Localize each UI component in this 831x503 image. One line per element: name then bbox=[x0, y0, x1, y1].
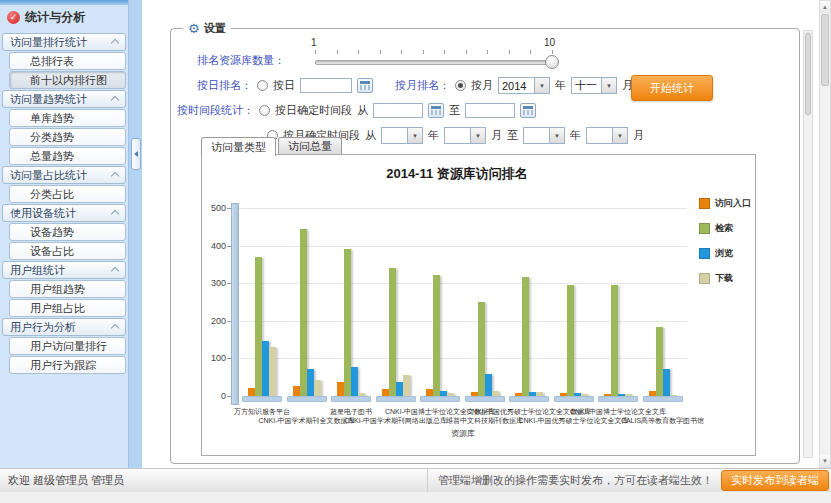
sidebar-item[interactable]: 用户组占比 bbox=[9, 299, 126, 317]
slider-min-label: 1 bbox=[311, 37, 317, 48]
x-category-label: 维普中文科技期刊数据库 bbox=[446, 416, 523, 426]
calendar-icon[interactable] bbox=[357, 78, 373, 93]
legend-swatch bbox=[699, 223, 710, 234]
sidebar-item[interactable]: 设备占比 bbox=[9, 242, 126, 260]
x-axis-plate bbox=[287, 396, 327, 402]
main-content: ⚙ 设置 排名资源库数量： 1 10 按日排名： 按日 bbox=[142, 0, 831, 468]
bar-浏览 bbox=[351, 367, 358, 396]
sidebar-item[interactable]: 用户访问量排行 bbox=[9, 337, 126, 355]
bar-浏览 bbox=[663, 369, 670, 396]
chevron-up-icon bbox=[111, 39, 119, 47]
y-tick-mark bbox=[227, 246, 232, 247]
month-select[interactable]: 十一 ▼ bbox=[571, 77, 617, 94]
year-select-value: 2014 bbox=[499, 80, 534, 92]
monthly-rank-radio[interactable] bbox=[455, 80, 466, 91]
chart-panel: 2014-11 资源库访问排名 资源库 访问入口检索浏览下载 010020030… bbox=[201, 154, 756, 456]
sidebar-item[interactable]: 总量趋势 bbox=[9, 147, 126, 165]
period-to-month-select[interactable]: ▼ bbox=[586, 127, 628, 144]
scrollbar-thumb[interactable] bbox=[805, 33, 811, 115]
x-axis-plate bbox=[242, 396, 282, 402]
sidebar-section-header[interactable]: 用户行为分析 bbox=[2, 318, 126, 336]
year-select[interactable]: 2014 ▼ bbox=[498, 77, 550, 94]
period-from-month-select[interactable]: ▼ bbox=[444, 127, 486, 144]
legend-row: 检索 bbox=[699, 222, 751, 235]
tab-visit-total[interactable]: 访问总量 bbox=[278, 137, 342, 154]
chevron-up-icon bbox=[111, 172, 119, 180]
collapse-left-icon bbox=[134, 151, 138, 157]
period-day-radio[interactable] bbox=[259, 105, 270, 116]
bar-浏览 bbox=[396, 382, 403, 396]
content-scrollbar[interactable] bbox=[803, 30, 813, 458]
legend-row: 下载 bbox=[699, 272, 751, 285]
start-statistics-button[interactable]: 开始统计 bbox=[631, 75, 713, 101]
year-unit: 年 bbox=[570, 128, 581, 143]
bottom-strip bbox=[0, 492, 831, 503]
x-axis-plate bbox=[465, 396, 505, 402]
daily-rank-radio[interactable] bbox=[257, 80, 268, 91]
sidebar-section-header[interactable]: 用户组统计 bbox=[2, 261, 126, 279]
legend-label: 访问入口 bbox=[715, 197, 751, 210]
sidebar-section-header[interactable]: 访问量排行统计 bbox=[2, 33, 126, 51]
chevron-down-icon: ▼ bbox=[534, 78, 549, 93]
sidebar-item[interactable]: 分类占比 bbox=[9, 185, 126, 203]
monthly-rank-label: 按月排名： bbox=[395, 78, 450, 93]
sidebar-section-header[interactable]: 使用设备统计 bbox=[2, 204, 126, 222]
legend-swatch bbox=[699, 273, 710, 284]
bar-检索 bbox=[300, 229, 307, 396]
x-category-label: CNKI-中国优秀硕士学位论文全文库 bbox=[518, 416, 628, 426]
status-right: 管理端增删改的操作需要实时发布，方可在读者端生效！ 实时发布到读者端 bbox=[427, 469, 831, 492]
sidebar-item[interactable]: 设备趋势 bbox=[9, 223, 126, 241]
calendar-icon[interactable] bbox=[428, 103, 444, 118]
sidebar-section-label: 用户组统计 bbox=[10, 263, 65, 278]
slider-track[interactable] bbox=[315, 60, 553, 65]
sidebar-item[interactable]: 分类趋势 bbox=[9, 128, 126, 146]
y-tick-mark bbox=[227, 208, 232, 209]
scroll-up-icon[interactable]: ▲ bbox=[820, 1, 830, 13]
y-tick-label: 500 bbox=[202, 203, 226, 213]
bar-检索 bbox=[522, 277, 529, 396]
daily-rank-date-input[interactable] bbox=[300, 78, 352, 93]
month-unit: 月 bbox=[633, 128, 644, 143]
scrollbar-thumb[interactable] bbox=[821, 14, 829, 86]
period-to-date-input[interactable] bbox=[465, 103, 515, 118]
sidebar-section-header[interactable]: 访问量趋势统计 bbox=[2, 90, 126, 108]
x-category-label: CALIS高等教育数字图书馆 bbox=[621, 416, 704, 426]
period-from-date-input[interactable] bbox=[373, 103, 423, 118]
chevron-up-icon bbox=[111, 324, 119, 332]
year-unit: 年 bbox=[555, 78, 566, 93]
sidebar-collapse-handle[interactable] bbox=[131, 138, 141, 170]
sidebar-item[interactable]: 单库趋势 bbox=[9, 109, 126, 127]
period-from-year-select[interactable]: ▼ bbox=[381, 127, 423, 144]
sidebar-item[interactable]: 总排行表 bbox=[9, 52, 126, 70]
chevron-up-icon bbox=[111, 267, 119, 275]
period-to-year-select[interactable]: ▼ bbox=[523, 127, 565, 144]
x-category-label: CNKI-中国学术期刊网络出版总库 bbox=[344, 416, 447, 426]
publish-button[interactable]: 实时发布到读者端 bbox=[721, 470, 829, 491]
x-category-label: CNKI-中国学术期刊全文数据库 bbox=[258, 416, 354, 426]
bar-访问入口 bbox=[426, 389, 433, 396]
bar-检索 bbox=[478, 302, 485, 396]
legend-row: 浏览 bbox=[699, 247, 751, 260]
calendar-icon[interactable] bbox=[520, 103, 536, 118]
sidebar-item[interactable]: 用户组趋势 bbox=[9, 280, 126, 298]
y-tick-label: 400 bbox=[202, 241, 226, 251]
page-scrollbar[interactable]: ▲ ▼ bbox=[819, 0, 831, 468]
publish-notice-text: 管理端增删改的操作需要实时发布，方可在读者端生效！ bbox=[438, 473, 713, 488]
daily-rank-label: 按日排名： bbox=[197, 78, 252, 93]
period-day-radio-label: 按日确定时间段 bbox=[275, 103, 352, 118]
sidebar-section-header[interactable]: 访问量占比统计 bbox=[2, 166, 126, 184]
slider-handle[interactable] bbox=[545, 55, 559, 69]
sidebar-item[interactable]: 前十以内排行图 bbox=[9, 71, 126, 89]
scroll-down-icon[interactable]: ▼ bbox=[820, 455, 830, 467]
tab-visit-type[interactable]: 访问量类型 bbox=[201, 137, 276, 156]
rank-count-slider[interactable]: 1 10 bbox=[311, 37, 563, 71]
chevron-down-icon: ▼ bbox=[407, 128, 422, 143]
sidebar-item[interactable]: 用户行为跟踪 bbox=[9, 356, 126, 374]
bar-下载 bbox=[269, 347, 276, 396]
bar-访问入口 bbox=[248, 388, 255, 396]
slider-max-label: 10 bbox=[544, 37, 555, 48]
to-label: 至 bbox=[507, 128, 518, 143]
month-select-value: 十一 bbox=[572, 78, 601, 93]
bar-检索 bbox=[344, 249, 351, 396]
sidebar-splitter[interactable] bbox=[128, 0, 142, 468]
